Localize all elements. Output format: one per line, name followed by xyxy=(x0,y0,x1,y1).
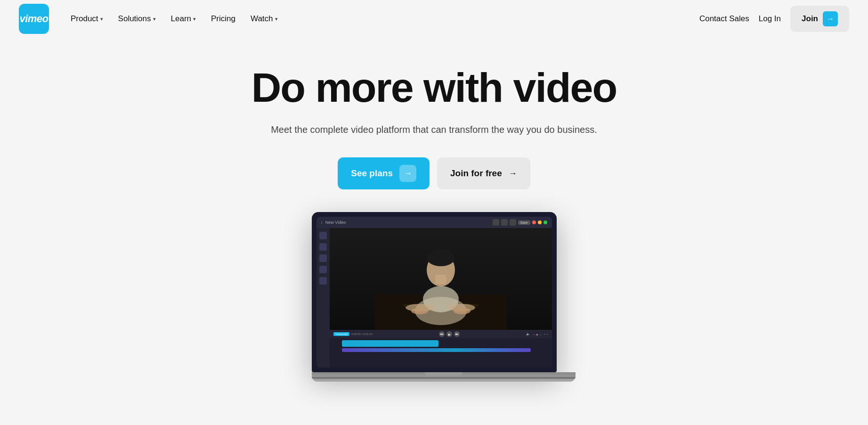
fast-forward-button[interactable]: ⏭ xyxy=(454,331,460,337)
subtitle-track xyxy=(342,340,438,347)
app-icon-3 xyxy=(510,219,516,226)
rewind-button[interactable]: ⏮ xyxy=(439,331,445,337)
hero-subtitle: Meet the complete video platform that ca… xyxy=(271,123,597,137)
laptop-notch xyxy=(425,372,462,376)
sidebar-icon-2 xyxy=(319,243,327,251)
logo[interactable]: vimeo xyxy=(19,4,49,34)
join-for-free-button[interactable]: Join for free → xyxy=(437,157,530,189)
arrow-right-icon: → xyxy=(823,11,838,26)
sidebar-icon-4 xyxy=(319,266,327,273)
sidebar-icon-3 xyxy=(319,254,327,262)
app-topbar: ‹ New Video Save xyxy=(316,217,552,228)
app-icon-1 xyxy=(493,219,499,226)
app-main: Transcript 0:00:05 / 0:02:34 ⏮ ▶ ⏭ xyxy=(330,228,552,368)
playback-controls: ⏮ ▶ ⏭ xyxy=(439,331,460,337)
laptop-bottom-bar xyxy=(312,377,576,379)
hero-buttons: See plans → Join for free → xyxy=(338,157,530,189)
save-mini-button[interactable]: Save xyxy=(518,221,530,225)
app-window: ‹ New Video Save xyxy=(316,217,552,368)
laptop-base xyxy=(312,372,576,382)
logo-text: vimeo xyxy=(19,13,48,25)
window-close-dot xyxy=(532,221,536,224)
nav-item-watch[interactable]: Watch ▾ xyxy=(244,10,284,27)
back-icon: ‹ xyxy=(321,220,323,225)
arrow-right-icon: → xyxy=(509,169,517,179)
laptop-screen: ‹ New Video Save xyxy=(312,212,557,372)
nav-item-learn[interactable]: Learn ▾ xyxy=(164,10,203,27)
nav-item-product[interactable]: Product ▾ xyxy=(64,10,110,27)
timeline-label: Transcript 0:00:05 / 0:02:34 xyxy=(333,332,373,336)
video-person xyxy=(330,228,552,330)
app-sidebar xyxy=(316,228,330,368)
svg-point-10 xyxy=(411,308,428,314)
window-minimize-dot xyxy=(538,221,542,224)
person-silhouette xyxy=(375,243,507,330)
sidebar-icon-5 xyxy=(319,277,327,285)
volume-icon: 🔈 xyxy=(526,332,530,336)
app-title: New Video xyxy=(325,220,346,225)
laptop-outer: ‹ New Video Save xyxy=(312,212,557,382)
nav-item-solutions[interactable]: Solutions ▾ xyxy=(112,10,162,27)
svg-point-7 xyxy=(427,249,455,266)
contact-sales-link[interactable]: Contact Sales xyxy=(699,14,749,24)
arrow-right-icon: → xyxy=(399,165,416,182)
nav-links: Product ▾ Solutions ▾ Learn ▾ Pricing Wa… xyxy=(64,10,284,27)
video-area xyxy=(330,228,552,330)
log-in-link[interactable]: Log In xyxy=(759,14,781,24)
chevron-down-icon: ▾ xyxy=(193,16,196,22)
app-topbar-right: Save xyxy=(493,219,547,226)
app-icon-2 xyxy=(501,219,508,226)
chevron-down-icon: ▾ xyxy=(100,16,103,22)
play-button[interactable]: ▶ xyxy=(446,331,452,337)
join-button[interactable]: Join → xyxy=(790,6,849,32)
sidebar-icon-1 xyxy=(319,232,327,239)
hero-section: Do more with video Meet the complete vid… xyxy=(0,38,868,382)
chevron-down-icon: ▾ xyxy=(153,16,156,22)
app-topbar-left: ‹ New Video xyxy=(321,220,346,225)
see-plans-button[interactable]: See plans → xyxy=(338,157,430,189)
audio-track xyxy=(342,348,531,352)
timeline-right-controls: 🔈 — ◆ — + + xyxy=(526,332,548,336)
nav-right: Contact Sales Log In Join → xyxy=(699,6,849,32)
chevron-down-icon: ▾ xyxy=(275,16,278,22)
timeline-controls: Transcript 0:00:05 / 0:02:34 ⏮ ▶ ⏭ xyxy=(330,330,552,338)
navbar: vimeo Product ▾ Solutions ▾ Learn ▾ Pric… xyxy=(0,0,868,38)
editor-timeline: Transcript 0:00:05 / 0:02:34 ⏮ ▶ ⏭ xyxy=(330,330,552,368)
window-maximize-dot xyxy=(544,221,547,224)
app-body: Transcript 0:00:05 / 0:02:34 ⏮ ▶ ⏭ xyxy=(316,228,552,368)
nav-left: vimeo Product ▾ Solutions ▾ Learn ▾ Pric… xyxy=(19,4,284,34)
timeline-track-area xyxy=(330,338,552,368)
nav-item-pricing[interactable]: Pricing xyxy=(204,10,242,27)
svg-point-11 xyxy=(454,308,471,314)
laptop-mockup: ‹ New Video Save xyxy=(0,212,868,382)
hero-title: Do more with video xyxy=(251,66,617,109)
